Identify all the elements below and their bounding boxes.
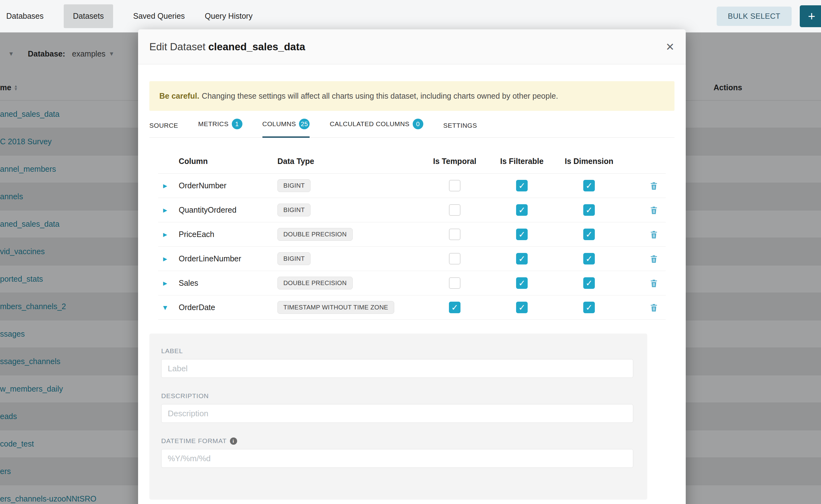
description-field-group: DESCRIPTION: [161, 392, 633, 423]
is-dimension-checkbox[interactable]: [583, 253, 595, 264]
data-type-pill: DOUBLE PRECISION: [277, 228, 353, 241]
column-header: Column: [179, 157, 277, 166]
close-icon[interactable]: [666, 41, 675, 53]
label-field-group: LABEL: [161, 347, 633, 378]
caret-right-icon: [163, 233, 167, 237]
collapse-row-button[interactable]: [163, 304, 167, 311]
modal-body: Be careful. Changing these settings will…: [138, 81, 686, 500]
is-temporal-checkbox[interactable]: [449, 277, 461, 289]
label-field-label: LABEL: [161, 347, 633, 355]
delete-column-button[interactable]: [649, 181, 659, 190]
top-navigation: Databases Datasets Saved Queries Query H…: [0, 0, 821, 32]
column-name: Sales: [179, 279, 277, 288]
tab-label: SETTINGS: [443, 122, 477, 129]
is-dimension-checkbox[interactable]: [583, 229, 595, 240]
delete-column-button[interactable]: [649, 230, 659, 239]
datetime-format-field-label: DATETIME FORMAT i: [161, 437, 633, 445]
column-name: OrderDate: [179, 303, 277, 312]
data-type-pill: BIGINT: [277, 204, 310, 216]
trash-icon: [649, 205, 659, 215]
expand-row-button[interactable]: [163, 231, 167, 238]
bulk-select-button[interactable]: BULK SELECT: [717, 7, 792, 26]
modal-title-prefix: Edit Dataset: [149, 41, 205, 52]
is-filterable-checkbox[interactable]: [516, 180, 528, 191]
trash-icon: [649, 279, 659, 288]
is-filterable-checkbox[interactable]: [516, 253, 528, 264]
tab-count-badge: 0: [413, 119, 423, 129]
column-name: QuantityOrdered: [179, 205, 277, 215]
delete-column-button[interactable]: [649, 303, 659, 312]
tab-count-badge: 25: [299, 119, 309, 129]
info-icon[interactable]: i: [230, 437, 237, 445]
datetime-format-field-group: DATETIME FORMAT i: [161, 437, 633, 468]
expand-row-button[interactable]: [163, 280, 167, 286]
delete-column-button[interactable]: [649, 254, 659, 264]
column-name: PriceEach: [179, 230, 277, 239]
tab-label: COLUMNS: [262, 120, 296, 128]
tab-metrics[interactable]: METRICS1: [198, 119, 242, 137]
table-row: QuantityOrdered BIGINT: [158, 198, 666, 222]
columns-table: Column Data Type Is Temporal Is Filterab…: [158, 138, 666, 320]
warning-text: Changing these settings will affect all …: [202, 91, 558, 101]
trash-icon: [649, 181, 659, 190]
data-type-pill: BIGINT: [277, 179, 310, 192]
caret-right-icon: [163, 281, 167, 286]
trash-icon: [649, 254, 659, 264]
is-temporal-checkbox[interactable]: [449, 253, 461, 264]
description-input[interactable]: [161, 404, 633, 423]
is-dimension-checkbox[interactable]: [583, 302, 595, 313]
label-input[interactable]: [161, 359, 633, 378]
caret-right-icon: [163, 184, 167, 189]
is-dimension-checkbox[interactable]: [583, 180, 595, 191]
nav-item-databases[interactable]: Databases: [6, 12, 44, 21]
table-row-expanded: OrderDate TIMESTAMP WITHOUT TIME ZONE: [158, 295, 666, 320]
is-filterable-header: Is Filterable: [488, 157, 556, 166]
nav-item-saved-queries[interactable]: Saved Queries: [133, 12, 185, 21]
table-row: OrderLineNumber BIGINT: [158, 247, 666, 271]
expand-row-button[interactable]: [163, 207, 167, 213]
is-filterable-checkbox[interactable]: [516, 302, 528, 313]
nav-item-datasets[interactable]: Datasets: [64, 4, 113, 28]
tab-settings[interactable]: SETTINGS: [443, 122, 477, 137]
tab-label: CALCULATED COLUMNS: [329, 120, 409, 128]
tab-calculated-columns[interactable]: CALCULATED COLUMNS0: [329, 119, 423, 137]
is-temporal-checkbox[interactable]: [449, 180, 461, 191]
tab-count-badge: 1: [232, 119, 242, 129]
is-dimension-checkbox[interactable]: [583, 277, 595, 289]
column-name: OrderLineNumber: [179, 254, 277, 263]
modal-tabs: SOURCE METRICS1 COLUMNS25 CALCULATED COL…: [149, 111, 675, 138]
datetime-format-input[interactable]: [161, 449, 633, 468]
nav-item-query-history[interactable]: Query History: [205, 12, 253, 21]
edit-dataset-modal: Edit Datasetcleaned_sales_data Be carefu…: [138, 29, 686, 504]
modal-header: Edit Datasetcleaned_sales_data: [138, 29, 686, 64]
modal-title-dataset-name: cleaned_sales_data: [208, 41, 305, 52]
tab-label: SOURCE: [149, 122, 178, 129]
modal-title: Edit Datasetcleaned_sales_data: [149, 41, 305, 53]
data-type-pill: BIGINT: [277, 252, 310, 265]
is-temporal-checkbox[interactable]: [449, 229, 461, 240]
expand-row-button[interactable]: [163, 256, 167, 262]
table-row: Sales DOUBLE PRECISION: [158, 271, 666, 295]
caret-right-icon: [163, 257, 167, 262]
is-temporal-checkbox[interactable]: [449, 204, 461, 216]
is-dimension-checkbox[interactable]: [583, 204, 595, 216]
trash-icon: [649, 230, 659, 239]
is-temporal-checkbox[interactable]: [449, 302, 461, 313]
expand-row-button[interactable]: [163, 183, 167, 189]
description-field-label: DESCRIPTION: [161, 392, 633, 400]
delete-column-button[interactable]: [649, 279, 659, 288]
is-filterable-checkbox[interactable]: [516, 277, 528, 289]
is-filterable-checkbox[interactable]: [516, 229, 528, 240]
data-type-pill: TIMESTAMP WITHOUT TIME ZONE: [277, 301, 394, 314]
caret-right-icon: [163, 208, 167, 213]
is-filterable-checkbox[interactable]: [516, 204, 528, 216]
column-name: OrderNumber: [179, 181, 277, 190]
data-type-pill: DOUBLE PRECISION: [277, 277, 353, 289]
tab-columns[interactable]: COLUMNS25: [262, 119, 310, 137]
add-dataset-button[interactable]: +: [800, 5, 821, 27]
is-dimension-header: Is Dimension: [556, 157, 623, 166]
tab-source[interactable]: SOURCE: [149, 122, 178, 137]
tab-label: METRICS: [198, 120, 228, 128]
app-screen: Databases Datasets Saved Queries Query H…: [0, 0, 821, 504]
delete-column-button[interactable]: [649, 205, 659, 215]
